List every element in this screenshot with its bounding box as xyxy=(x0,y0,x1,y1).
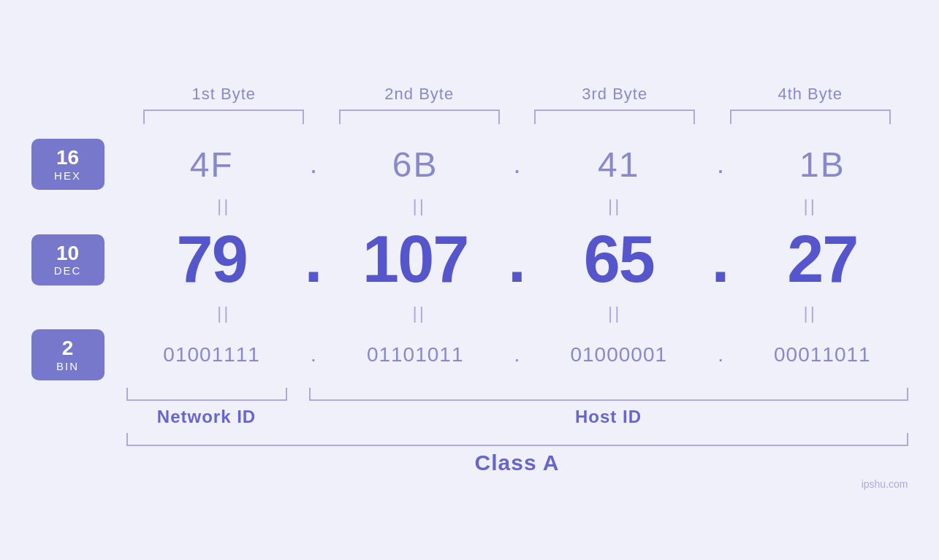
network-id-section: Network ID xyxy=(126,388,287,427)
dec-dot-1: . xyxy=(303,222,324,297)
byte-header-3: 3rd Byte xyxy=(534,85,695,104)
bin-dot-3: . xyxy=(710,343,731,367)
eq-1: || xyxy=(143,196,304,216)
hex-base-number: 16 xyxy=(56,147,79,169)
dec-dot-2: . xyxy=(506,222,528,297)
dec-byte-1: 79 xyxy=(132,222,292,297)
equals-row-1: || || || || xyxy=(126,190,908,222)
bin-values: 01001111 . 01101011 . 01000001 . 0001101… xyxy=(126,343,908,367)
dec-base-label: DEC xyxy=(54,264,82,277)
dec-base-number: 10 xyxy=(56,242,79,265)
top-brackets xyxy=(126,110,908,124)
bin-row: 2 BIN 01001111 . 01101011 . 01000001 . 0… xyxy=(31,329,908,380)
byte-headers: 1st Byte 2nd Byte 3rd Byte 4th Byte xyxy=(126,85,908,104)
bin-byte-2: 01101011 xyxy=(335,343,495,367)
dec-byte-2: 107 xyxy=(335,222,495,297)
dec-dot-3: . xyxy=(710,222,731,297)
eq-4: || xyxy=(730,196,891,216)
hex-values: 4F . 6B . 41 . 1B xyxy=(126,145,908,185)
eq2-4: || xyxy=(730,303,891,323)
bin-byte-4: 00011011 xyxy=(742,343,902,367)
eq2-2: || xyxy=(339,303,500,323)
bracket-3 xyxy=(534,110,695,124)
class-section: Class A xyxy=(126,433,908,475)
id-section: Network ID Host ID xyxy=(126,388,908,427)
dec-byte-4: 27 xyxy=(742,222,902,297)
dec-badge: 10 DEC xyxy=(31,234,104,285)
bin-dot-1: . xyxy=(303,343,324,367)
gap-1 xyxy=(287,388,309,427)
host-bracket xyxy=(309,388,908,401)
bracket-2 xyxy=(339,110,500,124)
watermark: ipshu.com xyxy=(862,478,908,490)
hex-row: 16 HEX 4F . 6B . 41 . 1B xyxy=(31,139,908,190)
eq2-1: || xyxy=(143,303,304,323)
bracket-4 xyxy=(730,110,891,124)
bin-dot-2: . xyxy=(506,343,528,367)
hex-dot-3: . xyxy=(710,149,731,180)
dec-byte-3: 65 xyxy=(539,222,699,297)
hex-base-label: HEX xyxy=(54,169,81,182)
hex-byte-1: 4F xyxy=(132,145,292,185)
class-label: Class A xyxy=(126,450,908,475)
bin-byte-3: 01000001 xyxy=(539,343,699,367)
network-id-label: Network ID xyxy=(157,407,256,427)
hex-badge: 16 HEX xyxy=(31,139,104,190)
hex-byte-4: 1B xyxy=(742,145,902,185)
eq2-3: || xyxy=(534,303,695,323)
hex-dot-2: . xyxy=(506,149,528,180)
bin-badge: 2 BIN xyxy=(31,329,104,380)
byte-header-2: 2nd Byte xyxy=(339,85,500,104)
host-id-label: Host ID xyxy=(575,407,642,427)
network-bracket xyxy=(126,388,287,401)
class-bracket xyxy=(126,433,908,446)
equals-row-2: || || || || xyxy=(126,297,908,329)
bracket-1 xyxy=(143,110,304,124)
hex-byte-3: 41 xyxy=(539,145,699,185)
byte-header-1: 1st Byte xyxy=(143,85,304,104)
host-id-section: Host ID xyxy=(309,388,908,427)
eq-2: || xyxy=(339,196,500,216)
byte-header-4: 4th Byte xyxy=(730,85,891,104)
bin-base-label: BIN xyxy=(56,360,79,372)
hex-byte-2: 6B xyxy=(335,145,495,185)
eq-3: || xyxy=(534,196,695,216)
dec-row: 10 DEC 79 . 107 . 65 . 27 xyxy=(31,222,908,297)
bin-base-number: 2 xyxy=(62,337,74,360)
dec-values: 79 . 107 . 65 . 27 xyxy=(126,222,908,297)
hex-dot-1: . xyxy=(303,149,324,180)
bin-byte-1: 01001111 xyxy=(132,343,292,367)
